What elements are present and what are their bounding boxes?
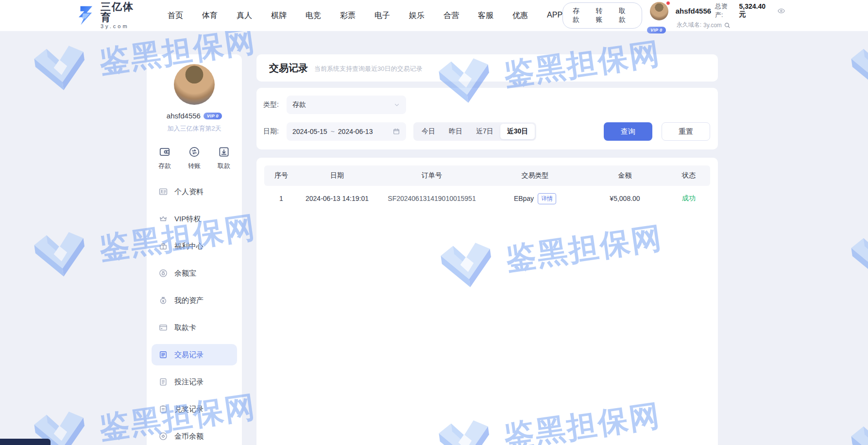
table-header-cell-4: 交易类型 bbox=[488, 171, 582, 180]
sidebar-item-8[interactable]: 投注记录 bbox=[152, 371, 237, 393]
sidebar-item-3[interactable]: 福利中心 bbox=[152, 235, 237, 257]
watermark-logo-icon bbox=[842, 414, 868, 445]
chevron-down-icon bbox=[393, 101, 400, 108]
search-icon[interactable] bbox=[724, 22, 731, 29]
quick-action-label: 存款 bbox=[158, 162, 171, 170]
sidebar-item-label: 投注记录 bbox=[174, 378, 204, 387]
reset-button[interactable]: 重置 bbox=[662, 122, 710, 141]
nav-item-5[interactable]: 电竞 bbox=[306, 11, 321, 21]
sidebar-item-6[interactable]: 取款卡 bbox=[152, 317, 237, 338]
filter-panel: 类型: 存款 日期: 2024-05-15 ~ 2024-06-13 bbox=[256, 88, 718, 149]
sidebar-quick-actions: 存款转账取款 bbox=[147, 146, 242, 170]
sidebar-item-label: 余额宝 bbox=[174, 269, 196, 278]
vip-badge: VIP 0 bbox=[647, 27, 665, 33]
transactions-table-card: 序号日期订单号交易类型金额状态 12024-06-13 14:19:01SF20… bbox=[256, 158, 718, 445]
table-row: 12024-06-13 14:19:01SF202406131419010015… bbox=[264, 186, 710, 211]
logo-title: 三亿体育 bbox=[101, 1, 144, 23]
search-button[interactable]: 查询 bbox=[604, 122, 652, 141]
nav-item-2[interactable]: 体育 bbox=[202, 11, 218, 21]
redeem-record-icon bbox=[158, 404, 168, 414]
table-header-cell-3: 订单号 bbox=[376, 171, 488, 180]
sidebar-item-10[interactable]: 金币余额 bbox=[152, 426, 237, 445]
transfer-icon bbox=[188, 146, 201, 158]
profile-icon bbox=[158, 187, 168, 197]
nav-item-8[interactable]: 娱乐 bbox=[409, 11, 425, 21]
date-range-input[interactable]: 2024-05-15 ~ 2024-06-13 bbox=[287, 122, 406, 141]
sidebar-item-5[interactable]: 我的资产 bbox=[152, 290, 237, 311]
page-title-card: 交易记录 当前系统支持查询最近30日的交易记录 bbox=[256, 54, 718, 82]
sidebar-item-label: VIP特权 bbox=[174, 214, 201, 224]
notification-dot bbox=[666, 1, 670, 5]
range-button-1[interactable]: 今日 bbox=[415, 124, 442, 139]
sidebar-item-label: 金币余额 bbox=[174, 432, 204, 441]
sidebar-item-label: 福利中心 bbox=[174, 242, 204, 251]
bank-card-icon bbox=[158, 323, 168, 332]
nav-item-6[interactable]: 彩票 bbox=[340, 11, 356, 21]
sidebar-item-2[interactable]: VIP特权 bbox=[152, 208, 237, 230]
sidebar-item-4[interactable]: 余额宝 bbox=[152, 263, 237, 284]
profile-avatar[interactable] bbox=[174, 64, 215, 105]
site-logo[interactable]: 三亿体育 3y.com bbox=[75, 1, 144, 30]
nav-item-1[interactable]: 首页 bbox=[168, 11, 183, 21]
table-body: 12024-06-13 14:19:01SF202406131419010015… bbox=[264, 186, 710, 211]
range-button-4[interactable]: 近30日 bbox=[500, 124, 535, 139]
main-content: 交易记录 当前系统支持查询最近30日的交易记录 类型: 存款 日期: 2024-… bbox=[256, 54, 718, 445]
nav-item-12[interactable]: APP bbox=[547, 11, 562, 21]
cell-order-no: SF202406131419010015951 bbox=[376, 195, 488, 202]
cell-amount: ¥5,008.00 bbox=[582, 195, 667, 202]
domain-value: 3y.com bbox=[703, 22, 722, 29]
watermark: 鉴黑担保网 bbox=[842, 391, 868, 445]
sidebar-item-7[interactable]: 交易记录 bbox=[152, 344, 237, 365]
table-header-cell-1: 序号 bbox=[264, 171, 298, 180]
yuebao-icon bbox=[158, 268, 168, 278]
assets-value: 5,324.40元 bbox=[739, 2, 772, 19]
quick-action-1[interactable]: 存款 bbox=[158, 146, 171, 170]
quick-action-3[interactable]: 取款 bbox=[218, 146, 230, 170]
logo-icon bbox=[75, 5, 96, 26]
table-header-cell-6: 状态 bbox=[667, 171, 710, 180]
table-header-row: 序号日期订单号交易类型金额状态 bbox=[264, 165, 710, 186]
nav-item-7[interactable]: 电子 bbox=[374, 11, 390, 21]
detail-button[interactable]: 详情 bbox=[538, 193, 556, 204]
type-select[interactable]: 存款 bbox=[287, 96, 406, 114]
user-info[interactable]: VIP 0 ahsfd4556 总资产: 5,324.40元 永久域名: 3y.… bbox=[650, 2, 785, 29]
coin-icon bbox=[158, 431, 168, 441]
wallet-action-2[interactable]: 转账 bbox=[596, 7, 609, 24]
range-button-2[interactable]: 昨日 bbox=[442, 124, 469, 139]
main-nav: 首页体育真人棋牌电竞彩票电子娱乐合营客服优惠APP bbox=[168, 11, 562, 21]
date-end: 2024-06-13 bbox=[338, 128, 373, 135]
gift-icon bbox=[158, 241, 168, 251]
nav-item-10[interactable]: 客服 bbox=[478, 11, 494, 21]
wallet-action-1[interactable]: 存款 bbox=[573, 7, 586, 24]
sidebar-item-1[interactable]: 个人资料 bbox=[152, 181, 237, 202]
logo-subtitle: 3y.com bbox=[101, 24, 144, 30]
range-button-3[interactable]: 近7日 bbox=[469, 124, 500, 139]
watermark-logo-icon bbox=[25, 223, 95, 285]
watermark-logo-icon bbox=[25, 36, 95, 99]
watermark-logo-icon bbox=[842, 226, 868, 288]
date-separator: ~ bbox=[331, 128, 335, 135]
username: ahsfd4556 bbox=[676, 7, 711, 15]
table-header-cell-5: 金额 bbox=[582, 171, 667, 180]
nav-item-4[interactable]: 棋牌 bbox=[271, 11, 287, 21]
withdraw-icon bbox=[218, 146, 230, 158]
sidebar-item-label: 我的资产 bbox=[174, 296, 204, 305]
watermark: 鉴黑担保网 bbox=[842, 203, 868, 288]
nav-item-9[interactable]: 合营 bbox=[443, 11, 459, 21]
sidebar-menu: 个人资料VIP特权福利中心余额宝我的资产取款卡交易记录投注记录兑奖记录金币余额 bbox=[147, 181, 242, 445]
deposit-icon bbox=[158, 146, 171, 158]
cell-date: 2024-06-13 14:19:01 bbox=[298, 195, 376, 202]
bet-record-icon bbox=[158, 377, 168, 387]
page-title: 交易记录 bbox=[269, 62, 308, 75]
wallet-action-3[interactable]: 取款 bbox=[619, 7, 632, 24]
nav-item-11[interactable]: 优惠 bbox=[512, 11, 528, 21]
quick-action-2[interactable]: 转账 bbox=[188, 146, 201, 170]
avatar[interactable] bbox=[650, 2, 668, 20]
domain-label: 永久域名: bbox=[677, 21, 701, 29]
sidebar-item-label: 兑奖记录 bbox=[174, 405, 204, 414]
eye-icon[interactable] bbox=[777, 7, 785, 15]
nav-item-3[interactable]: 真人 bbox=[237, 11, 252, 21]
table-header-cell-2: 日期 bbox=[298, 171, 376, 180]
type-label: 类型: bbox=[263, 100, 287, 109]
sidebar-item-9[interactable]: 兑奖记录 bbox=[152, 398, 237, 420]
